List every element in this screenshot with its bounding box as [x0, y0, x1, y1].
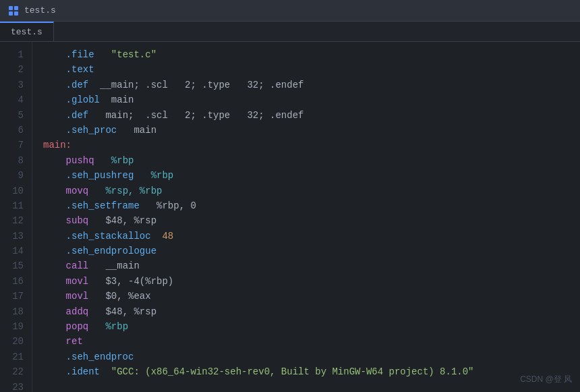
code-token: .seh_pushreg [43, 168, 134, 183]
code-token: $3, -4(%rbp) [88, 274, 173, 289]
code-lines: .file "test.c" .text .def __main; .scl 2… [32, 42, 580, 392]
code-token: .ident [43, 364, 100, 379]
svg-rect-0 [9, 6, 13, 10]
line-number: 15 [5, 258, 24, 273]
line-number: 11 [5, 198, 24, 213]
code-token: movl [43, 274, 88, 289]
line-number: 10 [5, 184, 24, 198]
code-token: .seh_endprologue [43, 244, 156, 258]
code-token: .text [43, 62, 94, 77]
code-line: .seh_pushreg %rbp [43, 168, 569, 183]
code-token: $48, %rsp [88, 213, 156, 228]
line-number: 20 [5, 334, 24, 349]
code-token: .seh_stackalloc [43, 229, 151, 244]
code-line: call __main [43, 258, 569, 273]
code-token: addq [43, 304, 88, 319]
line-number: 6 [5, 123, 24, 138]
code-token: main; .scl 2; .type 32; .endef [88, 108, 303, 123]
code-token: main: [43, 138, 71, 152]
code-token: pushq [43, 153, 94, 168]
code-token: .def [43, 78, 88, 92]
code-token: main [100, 92, 134, 107]
code-token: popq [43, 319, 88, 334]
code-token [94, 47, 111, 62]
code-token: .seh_proc [43, 123, 117, 138]
code-line: .globl main [43, 92, 569, 107]
line-number: 1 [5, 47, 24, 62]
line-number: 4 [5, 92, 24, 107]
svg-rect-2 [9, 11, 13, 16]
code-token: .seh_endproc [43, 349, 134, 364]
code-token: __main; .scl 2; .type 32; .endef [88, 78, 303, 92]
code-token: %rbp [94, 153, 134, 168]
line-number: 3 [5, 78, 24, 92]
code-container: 1234567891011121314151617181920212223 .f… [0, 42, 580, 392]
line-number: 14 [5, 244, 24, 258]
code-line: .def __main; .scl 2; .type 32; .endef [43, 78, 569, 92]
code-token: .file [43, 47, 94, 62]
code-line: subq $48, %rsp [43, 213, 569, 228]
title-bar-icon [8, 5, 19, 16]
code-token: %rsp, %rbp [88, 184, 162, 198]
line-number: 8 [5, 153, 24, 168]
code-token: %rbp [134, 168, 173, 183]
code-token: ret [43, 334, 83, 349]
line-number: 13 [5, 229, 24, 244]
code-line: popq %rbp [43, 319, 569, 334]
code-line: ret [43, 334, 569, 349]
code-token: .def [43, 108, 88, 123]
line-number: 2 [5, 62, 24, 77]
code-token: .globl [43, 92, 100, 107]
watermark: CSDN @登 风 [520, 374, 572, 385]
code-line: .seh_endproc [43, 349, 569, 364]
code-line: .seh_proc main [43, 123, 569, 138]
code-line: movl $0, %eax [43, 289, 569, 304]
code-token: $48, %rsp [88, 304, 156, 319]
code-line: .seh_endprologue [43, 244, 569, 258]
line-number: 23 [5, 380, 24, 392]
line-number: 9 [5, 168, 24, 183]
tab-active[interactable]: test.s [0, 22, 54, 41]
code-line: movq %rsp, %rbp [43, 184, 569, 198]
svg-rect-3 [14, 11, 18, 16]
line-number: 21 [5, 349, 24, 364]
code-token: main [117, 123, 156, 138]
title-bar-filename: test.s [24, 5, 56, 16]
line-number: 12 [5, 213, 24, 228]
title-bar: test.s [0, 0, 580, 22]
code-token: subq [43, 213, 88, 228]
line-number: 18 [5, 304, 24, 319]
tab-bar: test.s [0, 22, 580, 42]
code-line: .ident "GCC: (x86_64-win32-seh-rev0, Bui… [43, 364, 569, 379]
code-token: movl [43, 289, 88, 304]
code-token: call [43, 258, 88, 273]
line-numbers: 1234567891011121314151617181920212223 [0, 42, 32, 392]
code-line: main: [43, 138, 569, 152]
code-line: addq $48, %rsp [43, 304, 569, 319]
code-token: .seh_setframe [43, 198, 140, 213]
svg-rect-1 [14, 6, 18, 10]
code-token: "test.c" [111, 47, 156, 62]
code-line: .def main; .scl 2; .type 32; .endef [43, 108, 569, 123]
line-number: 5 [5, 108, 24, 123]
line-number: 22 [5, 364, 24, 379]
code-token: $0, %eax [88, 289, 150, 304]
line-number: 7 [5, 138, 24, 152]
code-token: %rbp [88, 319, 128, 334]
line-number: 17 [5, 289, 24, 304]
code-token: %rbp, 0 [140, 198, 196, 213]
line-number: 16 [5, 274, 24, 289]
code-line: .seh_stackalloc 48 [43, 229, 569, 244]
code-token: movq [43, 184, 88, 198]
code-token: __main [88, 258, 140, 273]
line-number: 19 [5, 319, 24, 334]
code-token: 48 [151, 229, 174, 244]
code-line: pushq %rbp [43, 153, 569, 168]
code-line: movl $3, -4(%rbp) [43, 274, 569, 289]
code-token: "GCC: (x86_64-win32-seh-rev0, Built by M… [100, 364, 474, 379]
code-line: .text [43, 62, 569, 77]
code-line: .file "test.c" [43, 47, 569, 62]
code-line [43, 380, 569, 392]
code-line: .seh_setframe %rbp, 0 [43, 198, 569, 213]
